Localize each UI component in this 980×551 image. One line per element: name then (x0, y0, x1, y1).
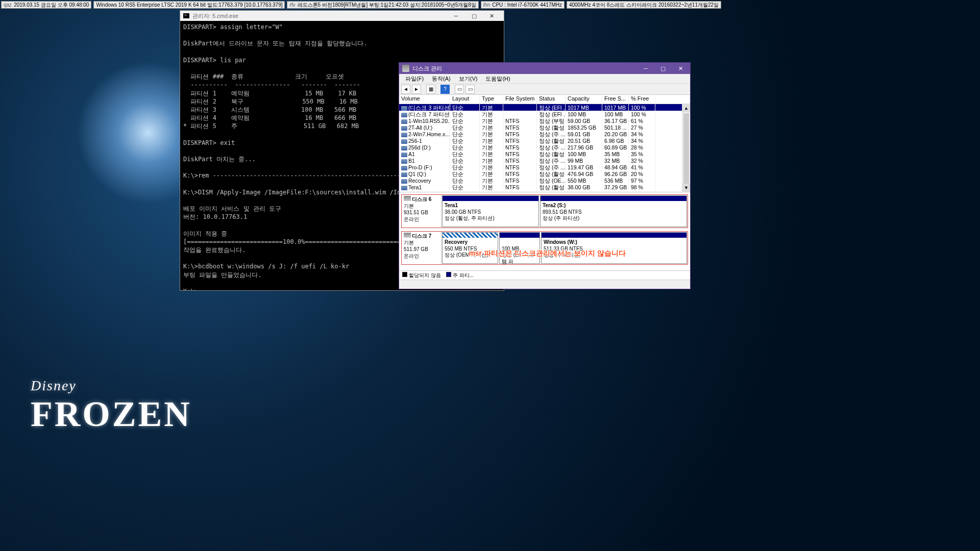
wallpaper-text: Disney FROZEN (31, 378, 192, 435)
desktop-info-bars: qaz2019.03.15 금요일 오후 09:48:00Windows 10 … (0, 0, 980, 10)
info-bar: Windows 10 RS5 Enterprise LTSC 2019 K 64… (93, 1, 285, 9)
maximize-button[interactable]: ▢ (654, 63, 672, 73)
volume-row[interactable]: Q1 (Q:)단순기본NTFS정상 (활성...476.94 GB96.26 G… (399, 170, 690, 177)
column-header[interactable]: File System (503, 95, 537, 104)
minimize-button[interactable]: ─ (637, 63, 654, 73)
volume-row[interactable]: 1-Win10.RS5.20...단순기본NTFS정상 (부팅...59.00 … (399, 117, 690, 124)
cmd-title-text: 관리자: 5.cmd.exe (192, 12, 238, 20)
disk-block[interactable]: 디스크 7기본511.97 GB온라인Recovery550 MB NTFS정상… (401, 231, 688, 265)
info-bar: 4000MHz 4코어 8스레드 스카이레이크 20160322~2년11개월2… (567, 1, 721, 9)
volume-list-header[interactable]: VolumeLayoutTypeFile SystemStatusCapacit… (399, 95, 690, 104)
partition[interactable]: Windows (W:)511.33 GB NTFS정상 (주 파티션) (541, 232, 687, 264)
dm-toolbar[interactable]: ◄ ► ▦ ? ▭ ▭ (399, 84, 690, 95)
info-bar: ihnCPU : Intel i7-6700K 4417MHz (481, 1, 565, 9)
close-button[interactable]: ✕ (672, 63, 689, 73)
column-header[interactable]: Capacity (566, 95, 602, 104)
scroll-up-icon[interactable]: ▲ (682, 104, 690, 112)
volume-row[interactable]: Pro-D (F:)단순기본NTFS정상 (주 ...119.47 GB48.9… (399, 164, 690, 170)
dm-title-text: 디스크 관리 (412, 65, 442, 72)
dm-titlebar[interactable]: 디스크 관리 ─ ▢ ✕ (399, 63, 690, 74)
menu-item[interactable]: 동작(A) (428, 74, 455, 84)
disk-graphical-view[interactable]: 디스크 6기본931.51 GB온라인Tera138.00 GB NTFS정상 … (399, 192, 690, 270)
volume-row[interactable]: Recovery단순기본NTFS정상 (OE...550 MB536 MB97 … (399, 177, 690, 184)
scrollbar[interactable]: ▲ ▼ (682, 104, 690, 192)
scroll-down-icon[interactable]: ▼ (682, 184, 690, 192)
volume-row[interactable]: 256-1단순기본NTFS정상 (활성...20.51 GB6.98 GB34 … (399, 137, 690, 144)
partition[interactable]: 100 MB정상 (EFI 시스템 파 (499, 232, 540, 264)
annotation-text: msr 파티션은 디스크관리에서는 보이지 않습니다 (409, 249, 685, 258)
menu-item[interactable]: 도움말(H) (481, 74, 514, 84)
legend-primary: 주 파티... (453, 272, 474, 278)
column-header[interactable]: Volume (399, 95, 450, 104)
cmd-titlebar[interactable]: 관리자: 5.cmd.exe ─ ▢ ✕ (180, 11, 504, 21)
forward-button[interactable]: ► (412, 85, 421, 94)
info-bar: qaz2019.03.15 금요일 오후 09:48:00 (1, 1, 91, 9)
maximize-button[interactable]: ▢ (465, 11, 483, 20)
volume-list[interactable]: (디스크 3 파티션 1)단순기본정상 (EFI ...1017 MB1017 … (399, 104, 690, 192)
volume-row[interactable]: (디스크 7 파티션 3)단순기본정상 (EFI ...100 MB100 MB… (399, 111, 690, 117)
column-header[interactable]: Status (537, 95, 566, 104)
volume-row[interactable]: B1단순기본NTFS정상 (주 ...99 MB32 MB32 % (399, 157, 690, 164)
column-header[interactable]: % Free (629, 95, 655, 104)
close-button[interactable]: ✕ (483, 11, 501, 20)
legend-unallocated: 할당되지 않음 (409, 272, 441, 278)
volume-row[interactable]: 2T-All (U:)단순기본NTFS정상 (활성...1853.25 GB50… (399, 124, 690, 131)
volume-row[interactable]: 256d (D:)단순기본NTFS정상 (주 ...217.96 GB60.89… (399, 144, 690, 151)
partition[interactable]: Tera138.00 GB NTFS정상 (활성, 주 파티션) (442, 195, 539, 227)
volume-row[interactable]: Tera1단순기본NTFS정상 (활성...38.00 GB37.29 GB98… (399, 184, 690, 190)
dm-legend: 할당되지 않음 주 파티... (399, 270, 690, 280)
help-button[interactable]: ? (440, 85, 450, 94)
partition[interactable]: Tera2 (S:)893.51 GB NTFS정상 (주 파티션) (540, 195, 687, 227)
wallpaper-title: FROZEN (31, 394, 192, 435)
column-header[interactable]: Free S... (602, 95, 629, 104)
info-bar: rfv레드스톤5 버전1809[RTM낸월] 부팅:1일21:42:03 설치:… (287, 1, 478, 9)
minimize-button[interactable]: ─ (447, 11, 465, 20)
column-header[interactable]: Type (480, 95, 503, 104)
menu-item[interactable]: 보기(V) (455, 74, 482, 84)
volume-row[interactable]: 2-Win7.Home.x...단순기본NTFS정상 (주 ...59.01 G… (399, 131, 690, 137)
disk-management-window[interactable]: 디스크 관리 ─ ▢ ✕ 파일(F)동작(A)보기(V)도움말(H) ◄ ► ▦… (399, 62, 691, 289)
volume-row[interactable]: (디스크 3 파티션 1)단순기본정상 (EFI ...1017 MB1017 … (399, 104, 690, 111)
disk-block[interactable]: 디스크 6기본931.51 GB온라인Tera138.00 GB NTFS정상 … (401, 194, 688, 228)
wallpaper-brand: Disney (31, 378, 192, 394)
disk-icon (402, 65, 409, 72)
cmd-icon (183, 13, 189, 18)
view-button[interactable]: ▦ (426, 85, 435, 94)
volume-row[interactable]: A1단순기본NTFS정상 (활성...100 MB35 MB35 % (399, 151, 690, 157)
dm-menubar[interactable]: 파일(F)동작(A)보기(V)도움말(H) (399, 74, 690, 84)
back-button[interactable]: ◄ (401, 85, 410, 94)
dm-statusbar (399, 280, 690, 289)
scroll-thumb[interactable] (683, 113, 689, 185)
layout-button-1[interactable]: ▭ (455, 85, 464, 94)
layout-button-2[interactable]: ▭ (465, 85, 475, 94)
partition[interactable]: Recovery550 MB NTFS정상 (OEM 파티션) (442, 232, 498, 264)
column-header[interactable]: Layout (450, 95, 480, 104)
menu-item[interactable]: 파일(F) (401, 74, 428, 84)
